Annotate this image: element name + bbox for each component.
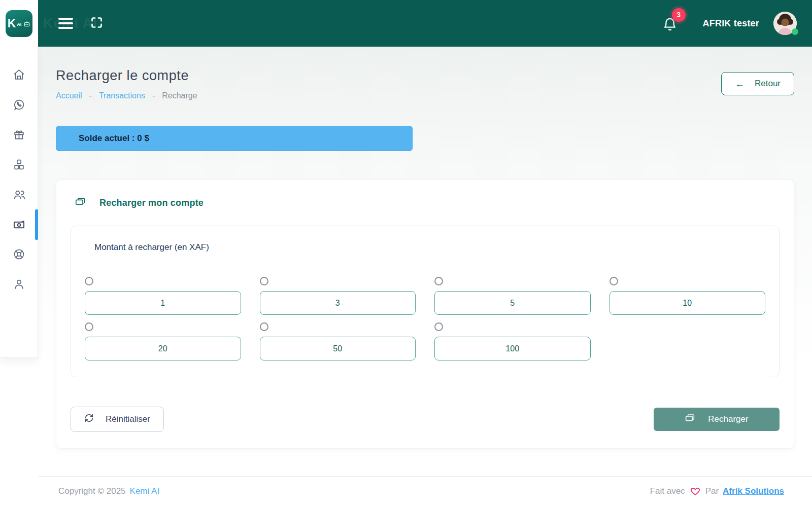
breadcrumb-home-link[interactable]: Accueil (56, 91, 82, 100)
back-arrow-icon: ← (735, 79, 745, 89)
cubes-icon (13, 158, 25, 171)
sidebar-item-profile[interactable] (0, 269, 38, 299)
breadcrumb-separator: - (152, 91, 155, 100)
breadcrumb-separator: - (89, 91, 92, 100)
fullscreen-icon (90, 16, 104, 31)
heart-icon (690, 486, 700, 496)
amount-box[interactable]: 5 (434, 291, 591, 315)
amount-option-5: 5 (434, 277, 591, 315)
sidebar-item-gifts[interactable] (0, 120, 38, 150)
page-footer: Copyright © 2025 Kemi AI Fait avec Par A… (38, 476, 812, 506)
balance-banner: Solde actuel : 0 $ (56, 126, 413, 151)
amount-value: 100 (505, 344, 519, 353)
card-head: Recharger mon compte (71, 196, 780, 209)
robot-icon (23, 20, 30, 27)
users-icon (13, 188, 26, 201)
app-logo[interactable]: K AI (6, 10, 32, 37)
title-block: Recharger le compte Accueil - Transactio… (56, 68, 197, 100)
header-main: Kemi AI (38, 0, 662, 47)
copyright-text: Copyright © 2025 (58, 486, 126, 496)
logo-suffix: AI (17, 22, 21, 27)
submit-button-label: Recharger (708, 414, 748, 424)
amount-box[interactable]: 1 (85, 291, 241, 315)
page-body: Recharger le compte Accueil - Transactio… (0, 47, 812, 506)
amount-option-10: 10 (610, 277, 766, 315)
user-name[interactable]: AFRIK tester (703, 18, 759, 29)
logo-letter: K (8, 18, 16, 29)
amount-box[interactable]: 3 (260, 291, 416, 315)
money-icon (12, 218, 26, 231)
balance-text: Solde actuel : 0 $ (79, 133, 149, 143)
sidebar-item-support[interactable] (0, 239, 38, 269)
notifications-button[interactable]: 3 (662, 17, 678, 33)
amount-grid: 1 3 5 (85, 277, 765, 360)
amount-value: 20 (158, 344, 167, 353)
amount-radio[interactable] (260, 277, 268, 285)
amount-box[interactable]: 50 (260, 337, 416, 360)
user-avatar[interactable] (773, 12, 797, 35)
amount-box[interactable]: 20 (85, 337, 241, 360)
back-button[interactable]: ← Retour (721, 72, 794, 95)
submit-recharge-button[interactable]: Recharger (654, 408, 780, 431)
amount-value: 1 (160, 299, 165, 308)
card-title: Recharger mon compte (99, 198, 204, 208)
by-text: Par (705, 486, 719, 496)
header-right: 3 AFRIK tester (662, 0, 812, 47)
logo-cell: K AI (0, 0, 38, 47)
hamburger-icon (58, 18, 73, 20)
home-icon (13, 68, 25, 81)
lifebuoy-icon (13, 248, 25, 261)
user-icon (13, 278, 25, 291)
content-column: Recharger le compte Accueil - Transactio… (38, 47, 812, 506)
online-status-dot (792, 28, 798, 35)
notification-count-badge: 3 (672, 8, 686, 22)
amount-value: 10 (683, 299, 692, 308)
amount-fieldset: Montant à recharger (en XAF) 1 3 (71, 226, 780, 377)
sidebar-item-users[interactable] (0, 179, 38, 209)
sidebar (0, 47, 38, 358)
fullscreen-button[interactable] (90, 16, 104, 31)
amount-box[interactable]: 100 (434, 337, 591, 360)
sidebar-item-transactions[interactable] (0, 209, 38, 239)
afrik-solutions-link[interactable]: Afrik Solutions (723, 486, 784, 496)
amount-radio[interactable] (85, 322, 93, 331)
amount-value: 3 (335, 299, 340, 308)
amount-label: Montant à recharger (en XAF) (85, 242, 765, 252)
amount-option-20: 20 (85, 322, 241, 360)
breadcrumb-current: Recharge (162, 91, 197, 100)
card-actions: Réinitialiser Recharger (71, 407, 780, 432)
amount-option-100: 100 (434, 322, 591, 360)
amount-radio[interactable] (610, 277, 618, 285)
amount-radio[interactable] (260, 322, 268, 331)
kemi-ai-link[interactable]: Kemi AI (130, 486, 160, 496)
footer-copyright: Copyright © 2025 Kemi AI (58, 486, 159, 496)
amount-option-3: 3 (260, 277, 416, 315)
sidebar-item-modules[interactable] (0, 150, 38, 179)
recharge-card: Recharger mon compte Montant à recharger… (56, 179, 794, 449)
amount-value: 5 (510, 299, 515, 308)
whatsapp-icon (13, 98, 25, 111)
sidebar-item-home[interactable] (0, 60, 38, 90)
gift-icon (13, 128, 25, 141)
amount-option-1: 1 (85, 277, 241, 315)
page-title: Recharger le compte (56, 68, 197, 84)
sidebar-item-whatsapp[interactable] (0, 90, 38, 120)
amount-option-50: 50 (260, 322, 416, 360)
breadcrumb: Accueil - Transactions - Recharge (56, 91, 197, 100)
main-content: Recharger le compte Accueil - Transactio… (38, 47, 812, 476)
made-with-text: Fait avec (650, 486, 685, 496)
amount-box[interactable]: 10 (610, 291, 766, 315)
reset-button[interactable]: Réinitialiser (71, 407, 164, 432)
amount-value: 50 (333, 344, 342, 353)
amount-radio[interactable] (434, 277, 443, 285)
menu-toggle-button[interactable] (58, 18, 73, 29)
footer-credits: Fait avec Par Afrik Solutions (650, 486, 784, 496)
back-button-label: Retour (755, 79, 781, 89)
page-head: Recharger le compte Accueil - Transactio… (56, 47, 794, 100)
reset-button-label: Réinitialiser (106, 414, 150, 424)
credit-card-icon (75, 196, 86, 209)
amount-radio[interactable] (85, 277, 93, 285)
app-header: K AI Kemi AI (0, 0, 812, 47)
breadcrumb-transactions-link[interactable]: Transactions (99, 91, 145, 100)
amount-radio[interactable] (434, 322, 443, 331)
